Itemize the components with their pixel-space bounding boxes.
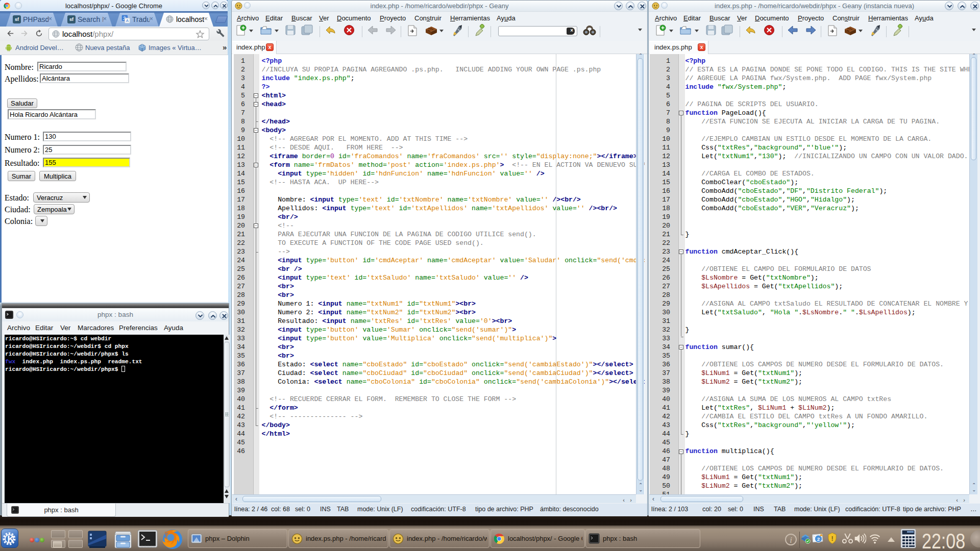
svg-text:2: 2	[817, 536, 820, 542]
svg-text:A: A	[126, 18, 129, 23]
svg-text:!: !	[831, 535, 833, 542]
svg-text:K: K	[7, 534, 14, 544]
